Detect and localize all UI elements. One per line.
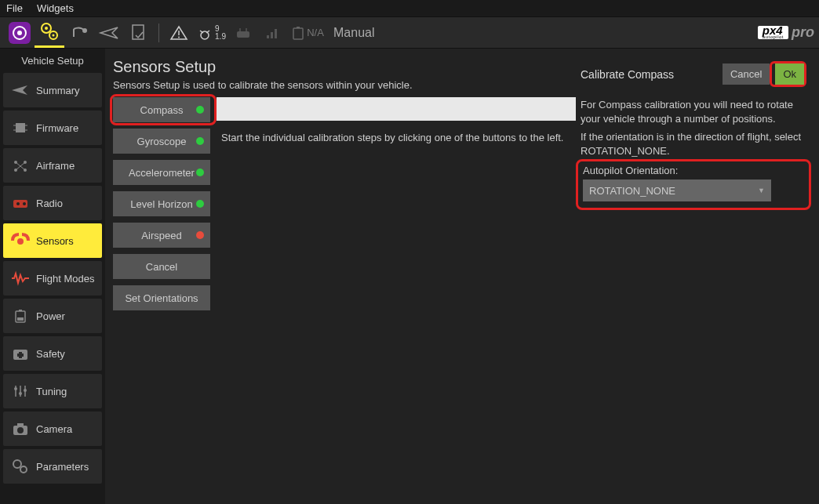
svg-point-48 <box>24 389 27 392</box>
satellite-icon[interactable]: 9 1.9 <box>194 18 228 48</box>
gyroscope-button[interactable]: Gyroscope <box>113 129 210 154</box>
svg-point-35 <box>23 202 26 205</box>
cancel-cal-button[interactable]: Cancel <box>113 254 210 279</box>
status-dot-green <box>196 106 204 114</box>
status-dot-green <box>196 169 204 176</box>
drone-icon <box>9 154 31 176</box>
px4-logo: px4 autopilot <box>758 26 788 39</box>
status-dot-red <box>196 231 204 239</box>
camera-icon <box>9 418 31 440</box>
svg-rect-38 <box>19 310 22 311</box>
svg-rect-39 <box>17 317 24 321</box>
status-dot-green <box>196 137 204 145</box>
accelerometer-button[interactable]: Accelerometer <box>113 160 210 185</box>
pro-label: pro <box>792 24 814 41</box>
sidebar-item-label: Airframe <box>36 160 75 172</box>
sidebar-item-sensors[interactable]: Sensors <box>3 223 102 258</box>
sidebar-item-label: Tuning <box>36 386 67 397</box>
sidebar-item-firmware[interactable]: Firmware <box>3 111 102 145</box>
sat-count-bot: 1.9 <box>215 33 226 41</box>
instruction-bar <box>217 97 576 121</box>
svg-point-2 <box>17 31 22 35</box>
page-title: Sensors Setup <box>113 58 576 76</box>
svg-rect-51 <box>17 423 24 426</box>
medkit-icon <box>9 343 31 364</box>
sidebar-item-summary[interactable]: Summary <box>3 73 102 107</box>
warning-triangle-icon[interactable] <box>164 18 194 48</box>
sidebar-item-airframe[interactable]: Airframe <box>3 148 102 183</box>
sidebar-item-radio[interactable]: Radio <box>3 186 102 220</box>
highlight-ok-annotation: Ok <box>770 61 806 87</box>
flight-mode-label[interactable]: Manual <box>333 26 374 40</box>
sensors-icon <box>9 230 31 252</box>
battery-icon: N/A <box>288 18 327 48</box>
plane-icon[interactable] <box>94 18 124 48</box>
toolbar: 9 1.9 N/A Manual px4 autopilot pro <box>0 17 819 49</box>
chip-icon <box>9 117 31 139</box>
svg-point-52 <box>13 460 21 468</box>
battery-icon <box>9 305 31 327</box>
svg-point-47 <box>19 392 22 395</box>
compass-button[interactable]: Compass <box>113 97 210 122</box>
status-dot-green <box>196 200 204 208</box>
page-subtitle: Sensors Setup is used to calibrate the s… <box>113 79 576 91</box>
app-logo-icon[interactable] <box>5 18 35 48</box>
svg-rect-22 <box>16 123 25 132</box>
sidebar-item-label: Parameters <box>36 461 89 473</box>
svg-rect-21 <box>297 27 300 28</box>
sidebar-item-power[interactable]: Power <box>3 299 102 333</box>
sidebar-item-label: Radio <box>36 198 63 209</box>
sidebar-item-label: Firmware <box>36 122 78 134</box>
rc-icon <box>228 18 258 48</box>
svg-rect-17 <box>267 35 269 38</box>
panel-cancel-button[interactable]: Cancel <box>723 63 770 85</box>
sidebar-item-label: Camera <box>36 423 72 435</box>
svg-point-36 <box>17 238 24 245</box>
panel-text-1: For Compass calibration you will need to… <box>581 98 806 125</box>
svg-rect-18 <box>271 32 273 38</box>
orientation-label: Autopilot Orientation: <box>583 165 804 176</box>
instruction-text: Start the individual calibration steps b… <box>217 129 576 143</box>
sidebar-item-safety[interactable]: Safety <box>3 336 102 371</box>
svg-point-7 <box>82 28 87 33</box>
gears-icon <box>9 455 31 477</box>
chevron-down-icon: ▼ <box>758 187 765 194</box>
sidebar-item-parameters[interactable]: Parameters <box>3 449 102 484</box>
sidebar-item-label: Sensors <box>36 235 74 247</box>
svg-rect-42 <box>17 354 24 357</box>
orientation-value: ROTATION_NONE <box>589 185 675 197</box>
menu-widgets[interactable]: Widgets <box>37 2 74 14</box>
highlight-compass-annotation: Compass <box>110 94 217 125</box>
document-check-icon[interactable] <box>124 18 154 48</box>
panel-text-2: If the orientation is in the direction o… <box>581 130 806 158</box>
signal-bars-icon <box>258 18 288 48</box>
toolbar-separator <box>158 24 159 42</box>
sidebar-item-tuning[interactable]: Tuning <box>3 374 102 408</box>
airspeed-button[interactable]: Airspeed <box>113 223 210 248</box>
sidebar-item-flightmodes[interactable]: Flight Modes <box>3 261 102 296</box>
svg-rect-14 <box>237 31 249 38</box>
sidebar-item-label: Summary <box>36 85 80 96</box>
toolbar-right: px4 autopilot pro <box>758 24 814 41</box>
svg-point-34 <box>16 202 20 205</box>
set-orientations-button[interactable]: Set Orientations <box>113 285 210 310</box>
svg-point-53 <box>20 466 27 473</box>
sat-count-top: 9 <box>215 25 226 33</box>
sidebar-item-label: Safety <box>36 348 65 360</box>
sidebar-item-camera[interactable]: Camera <box>3 412 102 446</box>
setup-gears-icon[interactable] <box>35 18 64 48</box>
menu-file[interactable]: File <box>6 2 23 14</box>
level-horizon-button[interactable]: Level Horizon <box>113 191 210 216</box>
svg-rect-20 <box>293 28 303 39</box>
menubar: File Widgets <box>0 0 819 17</box>
sliders-icon <box>9 380 31 402</box>
panel-ok-button[interactable]: Ok <box>775 63 804 85</box>
orientation-select[interactable]: ROTATION_NONE ▼ <box>583 179 771 201</box>
radio-icon <box>9 192 31 214</box>
waypoint-icon[interactable] <box>64 18 94 48</box>
svg-point-46 <box>14 387 17 390</box>
right-panel: Calibrate Compass Cancel Ok For Compass … <box>576 58 811 495</box>
svg-point-50 <box>17 427 24 433</box>
sidebar-item-label: Power <box>36 310 65 322</box>
sidebar-title: Vehicle Setup <box>0 52 105 73</box>
